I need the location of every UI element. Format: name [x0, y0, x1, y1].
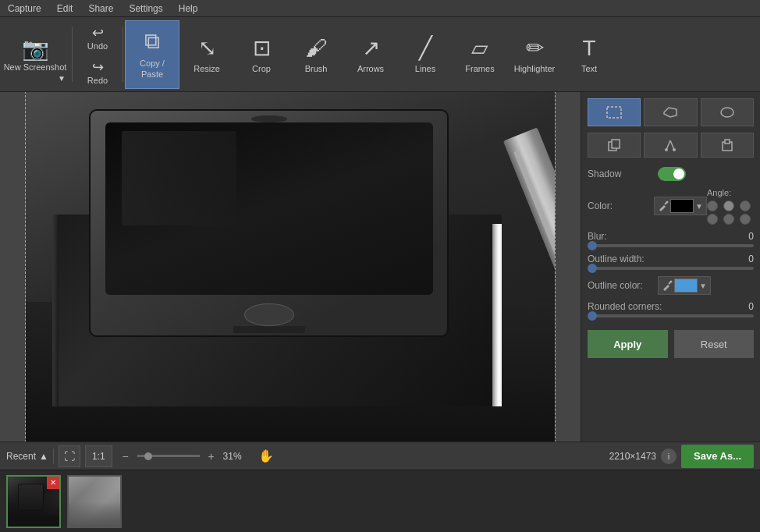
color-picker-button[interactable]: ▼	[654, 197, 707, 215]
thumbnail-2-image	[69, 477, 120, 527]
thumb2-city-gradient	[69, 502, 120, 527]
shadow-toggle[interactable]	[658, 167, 686, 181]
menu-settings[interactable]: Settings	[121, 2, 170, 16]
undo-button[interactable]: ↩ Undo	[74, 20, 121, 55]
undo-redo-group: ↩ Undo ↪ Redo	[74, 20, 121, 89]
notebook-pages	[492, 224, 502, 406]
home-button	[244, 303, 294, 326]
angle-dot-1[interactable]	[707, 200, 718, 211]
lines-label: Lines	[415, 64, 435, 73]
phone-connector	[233, 326, 304, 333]
angle-dot-2[interactable]	[723, 200, 734, 211]
text-label: Text	[581, 64, 597, 73]
blur-slider-row: Blur: 0	[588, 231, 754, 247]
blur-label: Blur:	[588, 231, 607, 242]
rounded-corners-label: Rounded corners:	[588, 301, 662, 312]
thumbnail-2[interactable]	[67, 475, 122, 528]
thumbnail-1[interactable]: ✕	[6, 475, 61, 528]
svg-point-2	[721, 108, 733, 117]
thumbnail-1-close-button[interactable]: ✕	[47, 477, 59, 489]
blur-value: 0	[730, 231, 754, 242]
outline-color-picker-button[interactable]: ▼	[658, 276, 711, 295]
rounded-corners-slider[interactable]	[588, 314, 754, 317]
outline-width-value: 0	[730, 254, 754, 264]
phone-body	[89, 109, 449, 336]
highlighter-icon: ✏	[526, 35, 544, 61]
crop-label: Crop	[252, 64, 271, 73]
svg-point-8	[673, 148, 676, 151]
angle-grid	[707, 200, 754, 225]
toolbar: 📷 New Screenshot ▼ ↩ Undo ↪ Redo ⧉ Copy …	[0, 17, 760, 92]
freehand-shape-button[interactable]	[701, 98, 754, 126]
toolbar-separator-1	[72, 27, 73, 82]
lines-button[interactable]: ╱ Lines	[398, 20, 453, 89]
shadow-label: Shadow	[588, 168, 658, 179]
right-panel: Shadow Color: ▼ Angle:	[581, 92, 760, 442]
blur-slider-container	[588, 244, 754, 247]
recent-button[interactable]: Recent ▲	[6, 451, 48, 462]
arrows-button[interactable]: ↗ Arrows	[343, 20, 398, 89]
brush-button[interactable]: 🖌 Brush	[289, 20, 343, 89]
apply-button[interactable]: Apply	[588, 330, 668, 358]
svg-rect-4	[612, 140, 620, 148]
outline-width-slider[interactable]	[588, 267, 754, 270]
text-icon: T	[582, 36, 595, 61]
shape-tools-group	[588, 98, 754, 126]
outline-width-slider-row: Outline width: 0	[588, 254, 754, 270]
menu-edit[interactable]: Edit	[49, 2, 81, 16]
lasso-shape-button[interactable]	[644, 98, 697, 126]
rounded-corners-label-row: Rounded corners: 0	[588, 301, 754, 312]
cut-action-button[interactable]	[644, 133, 697, 158]
rectangle-shape-button[interactable]	[588, 98, 641, 126]
redo-button[interactable]: ↪ Redo	[74, 55, 121, 89]
blur-slider[interactable]	[588, 244, 754, 247]
menu-capture[interactable]: Capture	[0, 2, 49, 16]
zoom-out-button[interactable]: −	[117, 448, 134, 465]
svg-point-14	[670, 281, 673, 283]
info-button[interactable]: i	[661, 449, 677, 464]
outline-eyedropper-icon	[662, 280, 673, 291]
save-as-button[interactable]: Save As...	[681, 445, 754, 468]
fit-window-button[interactable]: ⛶	[59, 445, 80, 467]
menu-help[interactable]: Help	[171, 2, 206, 16]
status-left-group: Recent ▲ ⛶ 1:1 − + 31% ✋	[6, 445, 277, 467]
paste-action-button[interactable]	[701, 133, 754, 158]
status-separator-1	[53, 449, 54, 464]
highlighter-label: Highlighter	[514, 64, 556, 73]
angle-dot-3[interactable]	[740, 200, 751, 211]
zoom-in-button[interactable]: +	[203, 448, 220, 465]
arrows-icon: ↗	[362, 35, 380, 61]
highlighter-button[interactable]: ✏ Highlighter	[507, 20, 562, 89]
reset-button[interactable]: Reset	[674, 330, 755, 358]
resize-button[interactable]: ⤡ Resize	[179, 20, 234, 89]
canvas-area	[0, 92, 581, 442]
recent-label: Recent	[6, 451, 36, 462]
undo-icon: ↩	[92, 24, 104, 41]
crop-button[interactable]: ⊡ Crop	[234, 20, 289, 89]
rounded-corners-slider-row: Rounded corners: 0	[588, 301, 754, 317]
angle-label: Angle:	[707, 188, 731, 197]
angle-dot-6[interactable]	[740, 214, 751, 225]
thumbnail-strip: ✕	[0, 470, 760, 532]
angle-dot-5[interactable]	[723, 214, 734, 225]
new-screenshot-dropdown-icon[interactable]: ▼	[58, 74, 66, 83]
angle-dot-4[interactable]	[707, 214, 718, 225]
copy-action-button[interactable]	[588, 133, 641, 158]
zoom-1-1-button[interactable]: 1:1	[85, 445, 112, 467]
zoom-slider[interactable]	[137, 455, 200, 457]
color-swatch-black	[670, 199, 694, 213]
menu-share[interactable]: Share	[80, 2, 121, 16]
svg-rect-10	[725, 140, 730, 144]
menu-bar: Capture Edit Share Settings Help	[0, 0, 760, 17]
outline-color-swatch	[674, 278, 698, 293]
text-button[interactable]: T Text	[562, 20, 616, 89]
status-right-group: 2210×1473 i Save As...	[609, 445, 754, 468]
new-screenshot-label: New Screenshot	[4, 62, 67, 73]
hand-tool-button[interactable]: ✋	[255, 445, 277, 467]
image-dimensions: 2210×1473	[609, 451, 656, 462]
zoom-1-1-label: 1:1	[92, 451, 105, 462]
outline-width-label-row: Outline width: 0	[588, 254, 754, 264]
frames-button[interactable]: ▱ Frames	[453, 20, 507, 89]
copy-paste-button[interactable]: ⧉ Copy / Paste	[125, 20, 179, 89]
svg-marker-1	[664, 108, 677, 117]
